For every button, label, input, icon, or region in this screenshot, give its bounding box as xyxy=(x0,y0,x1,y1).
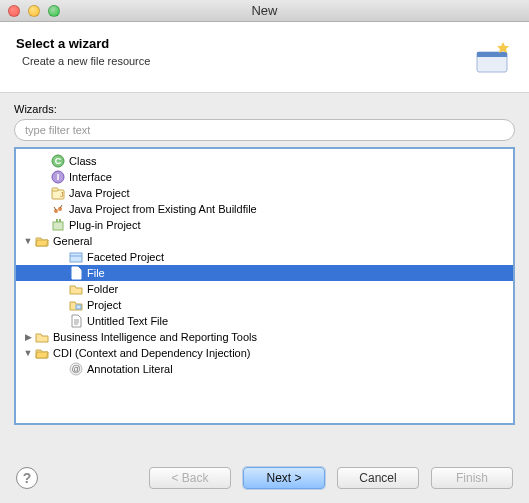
tree-item-label: Interface xyxy=(69,171,112,183)
tree-item-label: File xyxy=(87,267,105,279)
tree-item[interactable]: File xyxy=(16,265,513,281)
tree-item[interactable]: ▶Business Intelligence and Reporting Too… xyxy=(16,329,513,345)
svg-text:I: I xyxy=(57,172,60,182)
window-title: New xyxy=(0,3,529,18)
svg-text:C: C xyxy=(55,156,62,166)
file-icon xyxy=(68,265,84,281)
disclosure-icon[interactable]: ▼ xyxy=(22,348,34,358)
tree-item[interactable]: CClass xyxy=(16,153,513,169)
wizard-tree[interactable]: CClassIInterfaceJJava ProjectJava Projec… xyxy=(14,147,515,425)
tree-item[interactable]: @Annotation Literal xyxy=(16,361,513,377)
wizard-banner-icon xyxy=(471,36,513,78)
disclosure-icon[interactable]: ▼ xyxy=(22,236,34,246)
tree-item-label: Business Intelligence and Reporting Tool… xyxy=(53,331,257,343)
svg-rect-14 xyxy=(53,222,63,230)
tree-item-label: Java Project from Existing Ant Buildfile xyxy=(69,203,257,215)
svg-text:J: J xyxy=(60,191,64,198)
folder-open-icon xyxy=(34,233,50,249)
minimize-window-button[interactable] xyxy=(28,5,40,17)
plugin-icon xyxy=(50,217,66,233)
tree-item[interactable]: Project xyxy=(16,297,513,313)
tree-item-label: Folder xyxy=(87,283,118,295)
tree-item[interactable]: ▼CDI (Context and Dependency Injection) xyxy=(16,345,513,361)
tree-item-label: Annotation Literal xyxy=(87,363,173,375)
tree-item[interactable]: IInterface xyxy=(16,169,513,185)
filter-input[interactable] xyxy=(14,119,515,141)
tree-item[interactable]: Folder xyxy=(16,281,513,297)
svg-rect-16 xyxy=(59,219,61,222)
tree-item-label: Faceted Project xyxy=(87,251,164,263)
titlebar: New xyxy=(0,0,529,22)
next-button[interactable]: Next > xyxy=(243,467,325,489)
tree-item-label: Plug-in Project xyxy=(69,219,141,231)
interface-icon: I xyxy=(50,169,66,185)
svg-rect-1 xyxy=(477,52,507,57)
tree-item[interactable]: JJava Project xyxy=(16,185,513,201)
back-button[interactable]: < Back xyxy=(149,467,231,489)
svg-rect-19 xyxy=(76,305,81,309)
tree-item[interactable]: Java Project from Existing Ant Buildfile xyxy=(16,201,513,217)
folder-icon xyxy=(68,281,84,297)
zoom-window-button[interactable] xyxy=(48,5,60,17)
text-file-icon xyxy=(68,313,84,329)
footer: ? < Back Next > Cancel Finish xyxy=(0,453,529,503)
tree-item[interactable]: Faceted Project xyxy=(16,249,513,265)
tree-item[interactable]: ▼General xyxy=(16,233,513,249)
help-button[interactable]: ? xyxy=(16,467,38,489)
tree-item-label: Class xyxy=(69,155,97,167)
folder-icon xyxy=(34,329,50,345)
traffic-lights xyxy=(8,5,60,17)
page-subtitle: Create a new file resource xyxy=(22,55,150,67)
finish-button[interactable]: Finish xyxy=(431,467,513,489)
faceted-icon xyxy=(68,249,84,265)
svg-rect-15 xyxy=(56,219,58,222)
folder-open-icon xyxy=(34,345,50,361)
tree-item-label: General xyxy=(53,235,92,247)
annotation-icon: @ xyxy=(68,361,84,377)
page-title: Select a wizard xyxy=(16,36,150,51)
wizard-header: Select a wizard Create a new file resour… xyxy=(0,22,529,93)
tree-item[interactable]: Plug-in Project xyxy=(16,217,513,233)
tree-item-label: Project xyxy=(87,299,121,311)
cancel-button[interactable]: Cancel xyxy=(337,467,419,489)
ant-icon xyxy=(50,201,66,217)
tree-item-label: CDI (Context and Dependency Injection) xyxy=(53,347,251,359)
tree-item-label: Untitled Text File xyxy=(87,315,168,327)
svg-rect-17 xyxy=(70,253,82,262)
close-window-button[interactable] xyxy=(8,5,20,17)
disclosure-icon[interactable]: ▶ xyxy=(22,332,34,342)
svg-text:@: @ xyxy=(71,364,80,374)
wizards-label: Wizards: xyxy=(14,103,515,115)
project-icon xyxy=(68,297,84,313)
java-project-icon: J xyxy=(50,185,66,201)
tree-item[interactable]: Untitled Text File xyxy=(16,313,513,329)
svg-marker-2 xyxy=(497,42,509,53)
tree-item-label: Java Project xyxy=(69,187,130,199)
class-icon: C xyxy=(50,153,66,169)
svg-rect-8 xyxy=(52,188,58,191)
